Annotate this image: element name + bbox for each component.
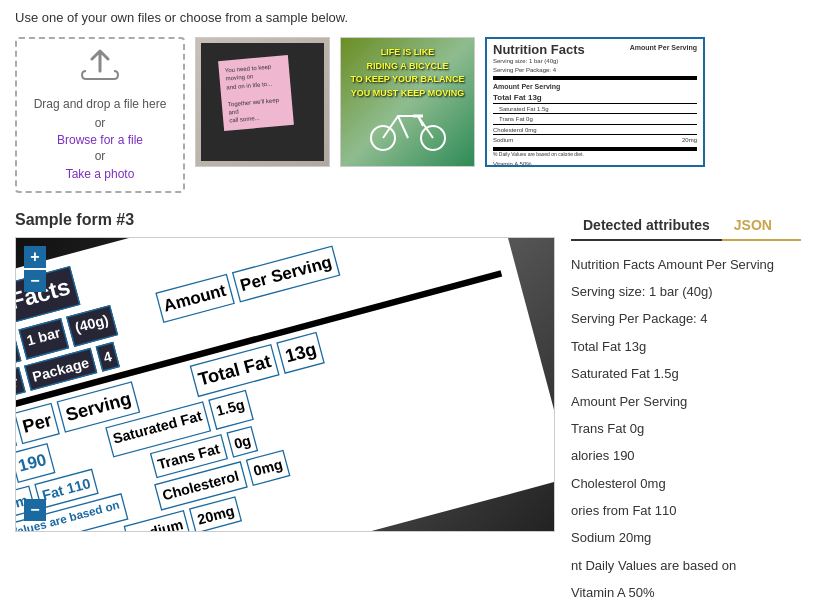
attribute-item-10: Sodium 20mg [571,524,801,551]
sticky-note: You need to keep moving onand on in life… [218,55,294,131]
upload-box[interactable]: Drag and drop a file here or Browse for … [15,37,185,193]
attribute-item-0: Nutrition Facts Amount Per Serving [571,251,801,278]
nutrition-mini: Nutrition Facts Amount Per Serving Servi… [487,39,703,165]
attribute-item-4: Saturated Fat 1.5g [571,360,801,387]
nf-large-content: Nutrition Facts Serving size 1 bar (40g)… [16,238,554,531]
top-instruction: Use one of your own files or choose from… [15,10,800,25]
attribute-item-8: Cholesterol 0mg [571,470,801,497]
attribute-item-11: nt Daily Values are based on [571,552,801,579]
upload-drag-text: Drag and drop a file here [34,95,167,114]
take-photo-link[interactable]: Take a photo [66,167,135,181]
right-panel: Detected attributes JSON Nutrition Facts… [571,211,801,608]
sample-thumb-nutrition[interactable]: Nutrition Facts Amount Per Serving Servi… [485,37,705,167]
browse-link[interactable]: Browse for a file [57,133,143,147]
upload-icon [80,49,120,89]
sample-thumb-2[interactable]: LIFE IS LIKERIDING A BICYCLETO KEEP YOUR… [340,37,475,167]
tab-json[interactable]: JSON [722,211,784,241]
attribute-item-1: Serving size: 1 bar (40g) [571,278,801,305]
attribute-item-6: Trans Fat 0g [571,415,801,442]
attribute-item-12: Vitamin A 50% [571,579,801,606]
zoom-out-bottom-button[interactable]: − [24,499,46,521]
main-row: Sample form #3 + − Nutrition Facts Servi… [15,211,800,608]
left-panel: Sample form #3 + − Nutrition Facts Servi… [15,211,555,532]
svg-point-1 [421,126,445,150]
file-samples-row: Drag and drop a file here or Browse for … [15,37,800,193]
attribute-item-3: Total Fat 13g [571,333,801,360]
tab-detected[interactable]: Detected attributes [571,211,722,241]
upload-or2: or [95,147,106,166]
upload-or1: or [95,114,106,133]
svg-point-0 [371,126,395,150]
attribute-item-2: Serving Per Package: 4 [571,305,801,332]
zoom-out-button[interactable]: − [24,270,46,292]
image-container: + − Nutrition Facts Serving size 1 bar (… [15,237,555,532]
tabs-row: Detected attributes JSON [571,211,801,241]
attribute-item-7: alories 190 [571,442,801,469]
attributes-list: Nutrition Facts Amount Per ServingServin… [571,251,801,608]
zoom-controls: + − [24,246,46,294]
form-title: Sample form #3 [15,211,555,229]
sample-thumb-1[interactable]: You need to keep moving onand on in life… [195,37,330,167]
attribute-item-9: ories from Fat 110 [571,497,801,524]
attribute-item-5: Amount Per Serving [571,388,801,415]
bike-text: LIFE IS LIKERIDING A BICYCLETO KEEP YOUR… [341,46,474,100]
nf-large-image: Nutrition Facts Serving size 1 bar (40g)… [16,238,554,531]
zoom-in-button[interactable]: + [24,246,46,268]
